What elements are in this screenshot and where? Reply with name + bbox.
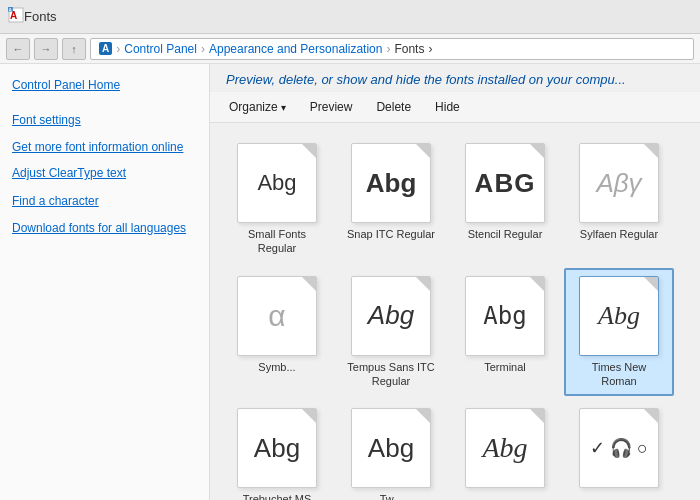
font-name-sylfaen: Sylfaen Regular xyxy=(580,227,658,241)
font-name-stencil: Stencil Regular xyxy=(468,227,543,241)
font-name-times: Times New Roman xyxy=(574,360,664,389)
toolbar: Organize Preview Delete Hide xyxy=(210,92,700,123)
nav-bar: ← → ↑ A › Control Panel › Appearance and… xyxy=(0,34,700,64)
font-item-small-fonts[interactable]: Abg Small Fonts Regular xyxy=(222,135,332,264)
font-preview-cursive: Abg xyxy=(482,432,527,464)
font-icon-tempus: Abg xyxy=(351,276,431,356)
breadcrumb: A › Control Panel › Appearance and Perso… xyxy=(90,38,694,60)
breadcrumb-appearance[interactable]: Appearance and Personalization xyxy=(209,42,382,56)
font-preview-wingdings: ✓ 🎧 ○ xyxy=(590,437,648,459)
font-item-wingdings[interactable]: ✓ 🎧 ○ xyxy=(564,400,674,500)
font-preview-times: Abg xyxy=(598,301,640,331)
back-button[interactable]: ← xyxy=(6,38,30,60)
font-preview-terminal: Abg xyxy=(483,302,526,330)
font-name-small-fonts: Small Fonts Regular xyxy=(232,227,322,256)
fonts-window-icon: A A xyxy=(8,7,24,26)
font-icon-sylfaen: Aβγ xyxy=(579,143,659,223)
font-item-symbol[interactable]: α Symb... xyxy=(222,268,332,397)
font-icon-small-fonts: Abg xyxy=(237,143,317,223)
font-icon-symbol: α xyxy=(237,276,317,356)
font-preview-sylfaen: Aβγ xyxy=(596,168,641,199)
breadcrumb-icon: A xyxy=(99,42,112,55)
organize-button[interactable]: Organize xyxy=(218,96,297,118)
font-icon-trebuchet: Abg xyxy=(237,408,317,488)
font-item-snap-itc[interactable]: Abg Snap ITC Regular xyxy=(336,135,446,264)
sidebar-download-fonts[interactable]: Download fonts for all languages xyxy=(0,215,209,241)
font-item-stencil[interactable]: ABG Stencil Regular xyxy=(450,135,560,264)
description-text: Preview, delete, or show and hide the fo… xyxy=(210,64,700,92)
font-preview-trebuchet: Abg xyxy=(254,433,300,464)
main-layout: Control Panel Home Font settings Get mor… xyxy=(0,64,700,500)
font-icon-terminal: Abg xyxy=(465,276,545,356)
font-icon-tw: Abg xyxy=(351,408,431,488)
forward-button[interactable]: → xyxy=(34,38,58,60)
font-preview-small-fonts: Abg xyxy=(257,170,296,196)
font-preview-snap-itc: Abg xyxy=(366,168,417,199)
sidebar-cleartype[interactable]: Adjust ClearType text xyxy=(0,160,209,187)
breadcrumb-fonts[interactable]: Fonts xyxy=(394,42,424,56)
sidebar: Control Panel Home Font settings Get mor… xyxy=(0,64,210,500)
font-name-trebuchet: Trebuchet MS xyxy=(243,492,312,500)
font-name-symbol: Symb... xyxy=(258,360,295,374)
font-preview-tw: Abg xyxy=(368,433,414,464)
breadcrumb-control-panel[interactable]: Control Panel xyxy=(124,42,197,56)
font-preview-tempus: Abg xyxy=(368,300,414,331)
font-icon-stencil: ABG xyxy=(465,143,545,223)
font-item-tw[interactable]: Abg Tw... xyxy=(336,400,446,500)
font-item-times-new-roman[interactable]: Abg Times New Roman xyxy=(564,268,674,397)
delete-button[interactable]: Delete xyxy=(365,96,422,118)
font-name-tempus: Tempus Sans ITC Regular xyxy=(346,360,436,389)
sidebar-find-character[interactable]: Find a character xyxy=(0,188,209,215)
up-button[interactable]: ↑ xyxy=(62,38,86,60)
sidebar-control-panel-home[interactable]: Control Panel Home xyxy=(0,72,209,99)
font-name-tw: Tw... xyxy=(380,492,403,500)
sidebar-more-info[interactable]: Get more font information online xyxy=(0,134,209,160)
font-preview-symbol: α xyxy=(268,299,285,333)
font-item-terminal[interactable]: Abg Terminal xyxy=(450,268,560,397)
font-icon-snap-itc: Abg xyxy=(351,143,431,223)
font-item-cursive[interactable]: Abg xyxy=(450,400,560,500)
hide-button[interactable]: Hide xyxy=(424,96,471,118)
font-item-sylfaen[interactable]: Aβγ Sylfaen Regular xyxy=(564,135,674,264)
font-icon-wingdings: ✓ 🎧 ○ xyxy=(579,408,659,488)
font-item-tempus[interactable]: Abg Tempus Sans ITC Regular xyxy=(336,268,446,397)
sidebar-font-settings[interactable]: Font settings xyxy=(0,107,209,134)
font-icon-times: Abg xyxy=(579,276,659,356)
content-area: Preview, delete, or show and hide the fo… xyxy=(210,64,700,500)
title-bar: A A Fonts xyxy=(0,0,700,34)
font-name-snap-itc: Snap ITC Regular xyxy=(347,227,435,241)
window-title: Fonts xyxy=(24,9,57,24)
font-item-trebuchet[interactable]: Abg Trebuchet MS xyxy=(222,400,332,500)
font-preview-stencil: ABG xyxy=(475,168,536,199)
font-icon-cursive: Abg xyxy=(465,408,545,488)
font-grid: Abg Small Fonts Regular Abg Snap ITC Reg… xyxy=(210,123,700,500)
preview-button[interactable]: Preview xyxy=(299,96,364,118)
font-name-terminal: Terminal xyxy=(484,360,526,374)
